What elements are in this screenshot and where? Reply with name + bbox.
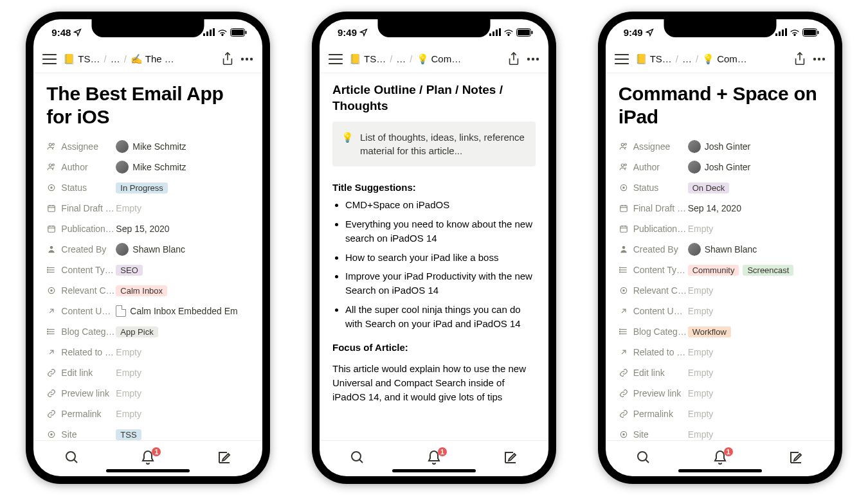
- property-value[interactable]: Empty: [688, 409, 714, 419]
- tag: In Progress: [116, 183, 167, 193]
- property-value[interactable]: Shawn Blanc: [116, 243, 185, 256]
- page-content[interactable]: Article Outline / Plan / Notes / Thought…: [320, 73, 548, 440]
- share-button[interactable]: [221, 52, 234, 66]
- search-tab[interactable]: [636, 450, 651, 468]
- property-value[interactable]: Empty: [116, 388, 141, 398]
- property-row[interactable]: AssigneeMike Schmitz: [46, 136, 249, 157]
- property-row[interactable]: Created ByShawn Blanc: [619, 239, 822, 260]
- property-row[interactable]: Edit linkEmpty: [619, 362, 822, 383]
- home-indicator: [106, 469, 190, 472]
- property-row[interactable]: Content Ty…Community Screencast: [619, 260, 822, 280]
- property-row[interactable]: Content U…Calm Inbox Embedded Em: [46, 301, 249, 321]
- property-row[interactable]: Created ByShawn Blanc: [46, 239, 249, 260]
- share-button[interactable]: [507, 52, 520, 66]
- property-value[interactable]: Empty: [688, 388, 714, 398]
- property-value[interactable]: Empty: [116, 368, 141, 378]
- property-icon: [619, 286, 629, 295]
- cellular-icon: [775, 28, 787, 36]
- property-value[interactable]: SEO: [116, 265, 142, 276]
- property-row[interactable]: SiteEmpty: [619, 424, 822, 440]
- compose-tab[interactable]: [503, 450, 518, 468]
- property-row[interactable]: StatusOn Deck: [619, 177, 822, 198]
- property-row[interactable]: Blog Categ…App Pick: [46, 321, 249, 342]
- property-value[interactable]: Empty: [688, 224, 714, 234]
- property-row[interactable]: StatusIn Progress: [46, 177, 249, 198]
- search-tab[interactable]: [64, 450, 80, 468]
- property-row[interactable]: Final Draft …Sep 14, 2020: [619, 198, 822, 219]
- more-button[interactable]: [527, 57, 539, 61]
- property-icon: [46, 327, 57, 336]
- property-value[interactable]: Sep 14, 2020: [688, 203, 741, 213]
- property-row[interactable]: Publication…Empty: [619, 219, 822, 239]
- compose-tab[interactable]: [788, 450, 804, 468]
- topbar: 📒TS… / … / 💡Com…: [606, 45, 835, 73]
- clock: 9:48: [51, 27, 71, 38]
- property-value[interactable]: Josh Ginter: [688, 161, 751, 174]
- notifications-tab[interactable]: 1: [426, 450, 442, 468]
- property-value[interactable]: Josh Ginter: [688, 140, 751, 153]
- property-value[interactable]: On Deck: [688, 183, 730, 193]
- property-value[interactable]: Calm Inbox Embedded Em: [116, 305, 237, 317]
- property-value[interactable]: Calm Inbox: [116, 285, 167, 296]
- search-tab[interactable]: [350, 450, 365, 468]
- breadcrumb[interactable]: 📒TS… / … / ✍️The …: [63, 53, 215, 65]
- property-value[interactable]: Empty: [116, 409, 141, 419]
- property-value[interactable]: Sep 15, 2020: [116, 224, 169, 234]
- property-row[interactable]: Blog Categ…Workflow: [619, 321, 822, 342]
- menu-button[interactable]: [615, 53, 629, 65]
- property-row[interactable]: PermalinkEmpty: [46, 404, 249, 424]
- property-row[interactable]: Content Ty…SEO: [46, 260, 249, 280]
- property-value[interactable]: Empty: [688, 347, 714, 357]
- property-value[interactable]: Empty: [688, 306, 714, 316]
- property-row[interactable]: Content U…Empty: [619, 301, 822, 321]
- property-value[interactable]: Empty: [688, 368, 714, 378]
- property-row[interactable]: Related to …Empty: [46, 342, 249, 362]
- compose-tab[interactable]: [217, 450, 232, 468]
- breadcrumb[interactable]: 📒TS… / … / 💡Com…: [349, 53, 501, 65]
- property-value[interactable]: Mike Schmitz: [116, 140, 186, 153]
- property-row[interactable]: Preview linkEmpty: [619, 383, 822, 404]
- property-row[interactable]: PermalinkEmpty: [619, 404, 822, 424]
- more-button[interactable]: [813, 57, 826, 61]
- property-label: Relevant C…: [46, 285, 116, 296]
- property-value[interactable]: Empty: [688, 285, 714, 296]
- property-value[interactable]: TSS: [116, 429, 141, 440]
- property-value[interactable]: Empty: [688, 429, 714, 440]
- property-label: Final Draft …: [619, 203, 688, 213]
- property-value[interactable]: Workflow: [688, 326, 731, 337]
- menu-button[interactable]: [329, 53, 343, 65]
- property-row[interactable]: Relevant C…Empty: [619, 280, 822, 301]
- list-item: How to search your iPad like a boss: [345, 251, 536, 265]
- notifications-tab[interactable]: 1: [712, 450, 728, 468]
- property-value[interactable]: Community Screencast: [688, 265, 794, 276]
- property-icon: [619, 163, 629, 172]
- property-value[interactable]: Empty: [116, 203, 141, 213]
- callout-block[interactable]: 💡 List of thoughts, ideas, links, refere…: [332, 121, 536, 166]
- property-row[interactable]: Preview linkEmpty: [46, 383, 249, 404]
- property-value[interactable]: Shawn Blanc: [688, 243, 757, 256]
- breadcrumb[interactable]: 📒TS… / … / 💡Com…: [635, 53, 787, 65]
- property-row[interactable]: Relevant C…Calm Inbox: [46, 280, 249, 301]
- property-value[interactable]: App Pick: [116, 326, 158, 337]
- property-row[interactable]: Final Draft …Empty: [46, 198, 249, 219]
- phone-frame: 9:48 📒TS… / … / ✍️The …: [26, 12, 270, 484]
- property-label: Content U…: [619, 306, 688, 316]
- property-value[interactable]: Mike Schmitz: [116, 161, 186, 174]
- property-row[interactable]: AuthorMike Schmitz: [46, 157, 249, 177]
- svg-point-93: [619, 269, 620, 270]
- menu-button[interactable]: [42, 53, 57, 65]
- property-row[interactable]: AssigneeJosh Ginter: [619, 136, 822, 157]
- page-content[interactable]: Command + Space on iPad AssigneeJosh Gin…: [606, 73, 835, 440]
- more-button[interactable]: [240, 57, 253, 61]
- property-row[interactable]: AuthorJosh Ginter: [619, 157, 822, 177]
- property-row[interactable]: Related to …Empty: [619, 342, 822, 362]
- notifications-tab[interactable]: 1: [140, 450, 156, 468]
- property-row[interactable]: Publication…Sep 15, 2020: [46, 219, 249, 239]
- share-button[interactable]: [793, 52, 806, 66]
- svg-point-27: [50, 246, 53, 249]
- property-value[interactable]: Empty: [116, 347, 141, 357]
- property-row[interactable]: Edit linkEmpty: [46, 362, 249, 383]
- page-content[interactable]: The Best Email App for iOS AssigneeMike …: [33, 73, 262, 440]
- property-value[interactable]: In Progress: [116, 183, 167, 193]
- property-row[interactable]: SiteTSS: [46, 424, 249, 440]
